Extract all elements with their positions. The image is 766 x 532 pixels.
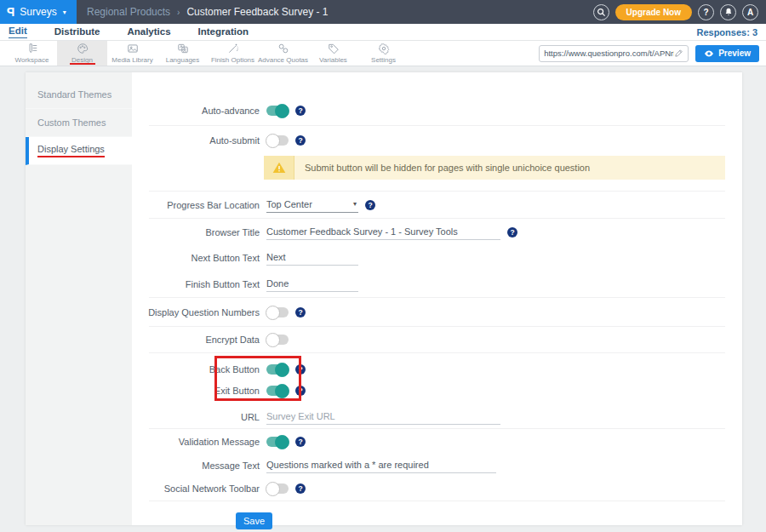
sidebar-item-label: Display Settings (37, 144, 105, 157)
toolbar-label: Advance Quotas (258, 56, 308, 64)
edit-url-button[interactable] (674, 46, 683, 61)
tab-integration[interactable]: Integration (198, 26, 249, 38)
product-name: Surveys (20, 6, 56, 18)
sidebar-item-label: Custom Themes (37, 117, 106, 128)
preview-label: Preview (718, 49, 751, 58)
questionpro-logo-icon: P (7, 6, 14, 18)
toolbar-label: Languages (166, 56, 200, 64)
auto-submit-row: Auto-submit ? (132, 126, 742, 154)
message-text-input[interactable] (266, 458, 496, 473)
sidebar-item-standard-themes[interactable]: Standard Themes (26, 81, 132, 109)
help-icon[interactable]: ? (507, 227, 517, 237)
bell-icon (724, 8, 733, 16)
validation-message-label: Validation Message (132, 437, 260, 447)
auto-advance-label: Auto-advance (132, 106, 260, 116)
chevron-down-icon: ▾ (63, 9, 66, 16)
encrypt-data-toggle[interactable] (266, 335, 289, 345)
toolbar-item-media-library[interactable]: Media Library (107, 41, 157, 66)
top-bar: P Surveys ▾ Regional Products › Customer… (0, 0, 766, 24)
exit-button-row: Exit Button ? (132, 380, 742, 401)
help-icon[interactable]: ? (295, 135, 306, 146)
chevron-down-icon: ▾ (353, 200, 357, 208)
exit-button-toggle[interactable] (266, 386, 289, 396)
toolbar-item-advance-quotas[interactable]: Advance Quotas (258, 41, 308, 66)
media-library-icon (127, 43, 139, 54)
warning-icon-box (264, 156, 294, 180)
validation-message-row: Validation Message ? (132, 429, 742, 455)
message-text-label: Message Text (132, 460, 260, 471)
progress-bar-location-label: Progress Bar Location (132, 200, 260, 210)
auto-submit-toggle[interactable] (266, 135, 289, 146)
breadcrumb: Regional Products › Customer Feedback Su… (87, 6, 328, 18)
selected-value: Top Center (266, 199, 312, 209)
upgrade-now-button[interactable]: Upgrade Now (615, 4, 692, 20)
help-icon[interactable]: ? (295, 437, 306, 447)
social-network-toolbar-toggle[interactable] (266, 483, 289, 494)
avatar[interactable]: A (742, 4, 758, 20)
sidebar-item-custom-themes[interactable]: Custom Themes (26, 109, 132, 137)
social-network-toolbar-label: Social Network Toolbar (132, 483, 260, 494)
exit-url-input[interactable] (266, 409, 500, 425)
search-icon (597, 8, 606, 17)
toolbar-item-design[interactable]: Design (57, 41, 107, 66)
languages-icon (177, 43, 189, 54)
help-icon[interactable]: ? (295, 386, 306, 396)
survey-url-input[interactable] (544, 49, 674, 58)
toolbar-item-finish-options[interactable]: Finish Options (208, 41, 258, 66)
help-button[interactable]: ? (698, 4, 714, 20)
message-text-row: Message Text (132, 455, 742, 476)
next-button-text-row: Next Button Text (132, 245, 742, 271)
next-button-text-input[interactable] (266, 250, 358, 266)
auto-submit-label: Auto-submit (132, 135, 260, 146)
save-button[interactable]: Save (236, 512, 272, 529)
toolbar-label: Design (71, 56, 93, 64)
toolbar-item-variables[interactable]: Variables (308, 41, 358, 66)
notifications-button[interactable] (720, 4, 736, 20)
breadcrumb-parent[interactable]: Regional Products (87, 6, 170, 18)
help-icon[interactable]: ? (295, 483, 306, 494)
toolbar-label: Settings (371, 56, 396, 64)
advance-quotas-link-icon (277, 43, 289, 54)
display-question-numbers-toggle[interactable] (266, 307, 289, 317)
back-button-toggle[interactable] (266, 364, 289, 375)
responses-count[interactable]: Responses: 3 (696, 27, 757, 37)
surveys-menu[interactable]: P Surveys ▾ (0, 0, 77, 24)
save-row: Save (132, 501, 742, 529)
progress-bar-location-select[interactable]: Top Center ▾ (266, 197, 358, 213)
auto-advance-toggle[interactable] (266, 106, 289, 116)
survey-url-box (539, 45, 689, 62)
display-question-numbers-label: Display Question Numbers (132, 307, 260, 317)
search-button[interactable] (593, 4, 609, 20)
next-button-text-label: Next Button Text (132, 253, 260, 263)
exit-url-row: URL (132, 406, 742, 428)
toolbar-item-languages[interactable]: Languages (157, 41, 208, 66)
help-icon[interactable]: ? (295, 307, 306, 317)
display-settings-form: Auto-advance ? Auto-submit ? Submit butt (132, 72, 742, 525)
settings-gear-icon (378, 43, 390, 54)
browser-title-input[interactable] (266, 225, 500, 240)
help-icon[interactable]: ? (365, 200, 375, 210)
sidebar-item-display-settings[interactable]: Display Settings (26, 137, 132, 165)
browser-title-label: Browser Title (132, 227, 260, 237)
tab-distribute[interactable]: Distribute (54, 26, 100, 38)
exit-button-label: Exit Button (132, 386, 260, 396)
browser-title-row: Browser Title ? (132, 219, 742, 245)
help-icon[interactable]: ? (295, 106, 306, 116)
preview-button[interactable]: Preview (695, 45, 759, 62)
help-icon[interactable]: ? (295, 364, 306, 375)
validation-message-toggle[interactable] (266, 437, 289, 447)
finish-button-text-input[interactable] (266, 277, 358, 292)
tab-edit[interactable]: Edit (9, 26, 27, 38)
workspace-icon (26, 43, 38, 54)
exit-url-label: URL (132, 412, 260, 422)
toolbar-item-settings[interactable]: Settings (358, 41, 409, 66)
design-panel: Standard Themes Custom Themes Display Se… (26, 72, 742, 525)
breadcrumb-current: Customer Feedback Survey - 1 (186, 6, 328, 18)
tab-analytics[interactable]: Analytics (127, 26, 170, 38)
finish-button-text-row: Finish Button Text (132, 271, 742, 297)
toolbar-item-workspace[interactable]: Workspace (7, 41, 57, 66)
toolbar-label: Workspace (15, 56, 49, 64)
page-background: Standard Themes Custom Themes Display Se… (0, 66, 766, 532)
auto-advance-row: Auto-advance ? (132, 96, 742, 125)
progress-bar-location-row: Progress Bar Location Top Center ▾ ? (132, 192, 742, 218)
